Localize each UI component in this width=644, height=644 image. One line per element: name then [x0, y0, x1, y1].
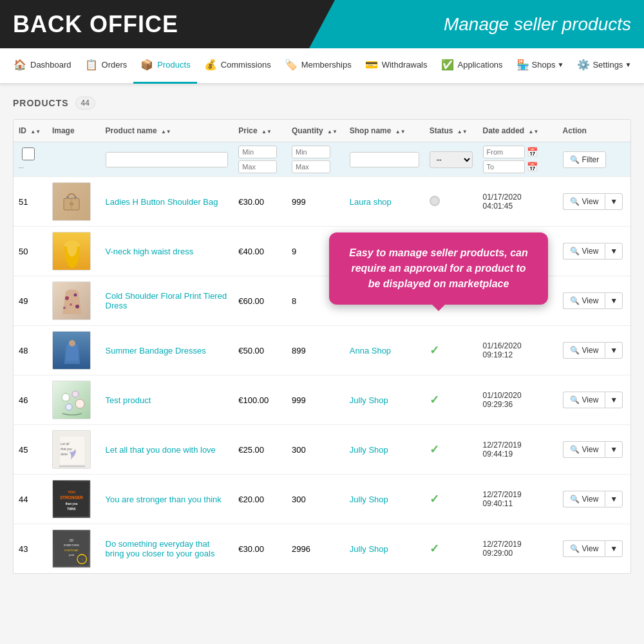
view-button[interactable]: 🔍 View [563, 342, 605, 359]
shop-name-link[interactable]: Jully Shop [350, 544, 388, 554]
product-name-link[interactable]: Summer Bandage Dresses [106, 346, 206, 355]
row-45-price: €25.00 [233, 425, 287, 475]
nav-item-settings[interactable]: ⚙️ Settings ▼ [570, 48, 638, 84]
view-button[interactable]: 🔍 View [563, 441, 605, 458]
filter-date-to[interactable] [483, 160, 525, 173]
nav-item-memberships[interactable]: 🏷️ Memberships [278, 48, 358, 84]
nav-item-orders[interactable]: 📋 Orders [78, 48, 134, 84]
filter-qty-max[interactable] [292, 160, 330, 173]
view-dropdown-button[interactable]: ▼ [605, 243, 623, 260]
filter-status-select[interactable]: -- Active Inactive [430, 151, 473, 168]
filter-qty-min[interactable] [292, 146, 330, 158]
nav-label-memberships: Memberships [301, 60, 352, 70]
row-49-price: €60.00 [233, 276, 287, 326]
view-button[interactable]: 🔍 View [563, 392, 605, 408]
view-button[interactable]: 🔍 View [563, 540, 605, 557]
row-48-qty: 899 [287, 326, 345, 375]
row-43-date: 12/27/2019 09:29:00 [478, 524, 558, 574]
filter-price-max[interactable] [238, 160, 277, 173]
main-navigation: 🏠 Dashboard 📋 Orders 📦 Products 💰 Commis… [0, 48, 644, 84]
row-48-shop: Anna Shop [345, 326, 424, 375]
nav-label-dashboard: Dashboard [30, 60, 71, 70]
filter-image-cell [47, 142, 100, 177]
sort-icon-status[interactable]: ▲▼ [457, 129, 468, 135]
product-name-link[interactable]: Let all that you done with love [106, 445, 216, 455]
row-50-action: 🔍 View ▼ [558, 227, 630, 276]
action-button-group: 🔍 View ▼ [563, 292, 625, 309]
filter-date-from[interactable] [483, 146, 525, 158]
filter-action-cell: 🔍 Filter [558, 142, 630, 177]
row-51-id: 51 [14, 177, 47, 227]
applications-icon: ✅ [440, 58, 455, 72]
action-button-group: 🔍 View ▼ [563, 491, 625, 507]
sort-icon-date[interactable]: ▲▼ [529, 129, 539, 135]
product-name-link[interactable]: Ladies H Button Shoulder Bag [106, 197, 218, 207]
view-button[interactable]: 🔍 View [563, 491, 605, 507]
filter-name-input[interactable] [106, 152, 229, 167]
action-button-group: 🔍 View ▼ [563, 243, 625, 260]
page-header: BACK OFFICE Manage seller products [0, 0, 644, 48]
view-button[interactable]: 🔍 View [563, 243, 605, 260]
calendar-to-icon[interactable]: 📅 [527, 162, 538, 172]
filter-status-cell: -- Active Inactive [424, 142, 478, 177]
sort-icon-price[interactable]: ▲▼ [261, 129, 272, 135]
nav-item-commissions[interactable]: 💰 Commissions [197, 48, 278, 84]
filter-checkbox[interactable] [19, 147, 38, 160]
table-row: 43 DO SOMETHING EVERYDAY goals [14, 524, 630, 574]
row-43-qty: 2996 [287, 524, 345, 574]
row-44-action: 🔍 View ▼ [558, 475, 630, 524]
sort-icon-quantity[interactable]: ▲▼ [327, 129, 337, 135]
product-image [52, 182, 91, 221]
nav-item-dashboard[interactable]: 🏠 Dashboard [6, 48, 78, 84]
svg-rect-1 [66, 196, 69, 198]
filter-shop-input[interactable] [350, 152, 419, 167]
shop-name-link[interactable]: Jully Shop [350, 395, 388, 405]
nav-item-withdrawals[interactable]: 💳 Withdrawals [358, 48, 434, 84]
nav-item-shops[interactable]: 🏪 Shops ▼ [509, 48, 571, 84]
filter-button[interactable]: 🔍 Filter [563, 151, 607, 168]
view-dropdown-button[interactable]: ▼ [605, 193, 623, 210]
nav-item-applications[interactable]: ✅ Applications [434, 48, 509, 84]
sort-icon-id[interactable]: ▲▼ [30, 129, 41, 135]
view-dropdown-button[interactable]: ▼ [605, 441, 623, 458]
shop-name-link[interactable]: Jully Shop [350, 445, 388, 455]
filter-price-min[interactable] [238, 146, 277, 158]
view-button[interactable]: 🔍 View [563, 193, 605, 210]
product-image: YOU STRONGER than you THINK [52, 480, 91, 518]
row-48-price: €50.00 [233, 326, 287, 375]
view-dropdown-button[interactable]: ▼ [605, 392, 623, 408]
view-dropdown-button[interactable]: ▼ [605, 491, 623, 507]
nav-label-shops: Shops [532, 60, 556, 70]
svg-text:goals: goals [69, 554, 75, 556]
product-name-link[interactable]: You are stronger than you think [106, 495, 222, 504]
view-button[interactable]: 🔍 View [563, 292, 605, 309]
nav-item-products[interactable]: 📦 Products [133, 48, 196, 84]
product-name-link[interactable]: Test product [106, 395, 151, 405]
shop-name-link[interactable]: Laura shop [350, 197, 392, 207]
row-43-id: 43 [14, 524, 47, 574]
section-title: PRODUCTS [13, 98, 69, 108]
product-name-link[interactable]: Cold Shoulder Floral Print Tiered Dress [106, 291, 227, 310]
view-dropdown-button[interactable]: ▼ [605, 540, 623, 557]
product-name-link[interactable]: V-neck high waist dress [106, 247, 194, 256]
search-icon: 🔍 [570, 155, 580, 164]
row-46-price: €100.00 [233, 375, 287, 425]
row-51-name: Ladies H Button Shoulder Bag [100, 177, 234, 227]
row-45-name: Let all that you done with love [100, 425, 234, 475]
page-subtitle: Manage seller products [444, 14, 631, 35]
shop-name-link[interactable]: Jully Shop [350, 495, 388, 504]
view-dropdown-button[interactable]: ▼ [605, 292, 623, 309]
memberships-icon: 🏷️ [284, 58, 298, 72]
action-button-group: 🔍 View ▼ [563, 342, 625, 359]
product-image: DO SOMETHING EVERYDAY goals ! [52, 529, 91, 568]
product-name-link[interactable]: Do something everyday that bring you clo… [106, 539, 215, 558]
calendar-from-icon[interactable]: 📅 [527, 147, 538, 157]
view-dropdown-button[interactable]: ▼ [605, 342, 623, 359]
row-45-qty: 300 [287, 425, 345, 475]
row-50-name: V-neck high waist dress [100, 227, 234, 276]
sort-icon-name[interactable]: ▲▼ [161, 129, 171, 135]
shop-name-link[interactable]: Anna Shop [350, 346, 391, 355]
view-icon: 🔍 [570, 395, 580, 404]
sort-icon-shop[interactable]: ▲▼ [395, 129, 406, 135]
row-48-action: 🔍 View ▼ [558, 326, 630, 375]
